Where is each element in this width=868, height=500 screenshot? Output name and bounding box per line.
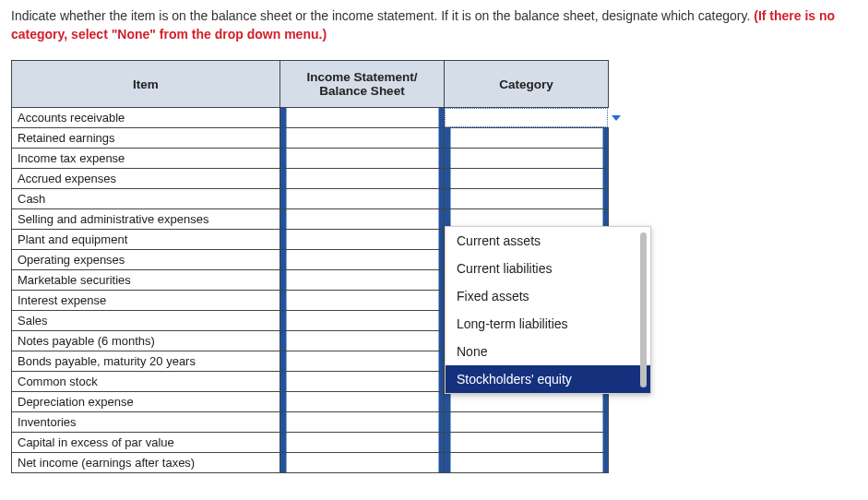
item-cell: Capital in excess of par value	[12, 433, 280, 453]
dropdown-option[interactable]: Stockholders' equity	[446, 365, 650, 393]
dropdown-option[interactable]: None	[446, 338, 650, 365]
item-cell: Cash	[12, 189, 280, 209]
item-cell: Inventories	[12, 412, 280, 433]
category-select[interactable]	[445, 189, 609, 209]
statement-select[interactable]	[280, 412, 445, 433]
item-cell: Interest expense	[12, 291, 280, 311]
category-select[interactable]	[445, 433, 609, 453]
statement-select[interactable]	[280, 169, 445, 189]
item-cell: Bonds payable, maturity 20 years	[12, 351, 280, 372]
table-row: Depreciation expense	[12, 392, 609, 412]
table-row: Accounts receivable	[12, 108, 609, 128]
dropdown-scrollbar[interactable]	[640, 232, 647, 387]
statement-select[interactable]	[280, 311, 445, 331]
statement-select[interactable]	[280, 270, 445, 291]
dropdown-option[interactable]: Fixed assets	[446, 282, 650, 310]
category-select[interactable]	[445, 149, 609, 169]
table-row: Net income (earnings after taxes)	[12, 453, 609, 473]
dropdown-option[interactable]: Current assets	[446, 227, 650, 255]
item-cell: Marketable securities	[12, 270, 280, 291]
statement-select[interactable]	[280, 230, 445, 250]
table-row: Income tax expense	[12, 149, 609, 169]
dropdown-arrow-icon[interactable]	[608, 108, 624, 127]
statement-select[interactable]	[280, 291, 445, 311]
table-row: Cash	[12, 189, 609, 209]
statement-select[interactable]	[280, 250, 445, 270]
instructions: Indicate whether the item is on the bala…	[11, 7, 857, 43]
category-select[interactable]	[445, 453, 609, 473]
item-cell: Operating expenses	[12, 250, 280, 270]
table-row: Accrued expenses	[12, 169, 609, 189]
statement-select[interactable]	[280, 128, 445, 149]
category-select[interactable]	[445, 128, 609, 149]
statement-select[interactable]	[280, 149, 445, 169]
statement-select[interactable]	[280, 433, 445, 453]
statement-select[interactable]	[280, 209, 445, 230]
statement-select[interactable]	[280, 331, 445, 351]
statement-select[interactable]	[280, 372, 445, 392]
table-row: Retained earnings	[12, 128, 609, 149]
category-select[interactable]	[445, 108, 609, 128]
item-cell: Accounts receivable	[12, 108, 280, 128]
statement-select[interactable]	[280, 392, 445, 412]
dropdown-option[interactable]: Long-term liabilities	[446, 310, 650, 338]
instruction-text: Indicate whether the item is on the bala…	[11, 8, 754, 23]
item-cell: Common stock	[12, 372, 280, 392]
statement-select[interactable]	[280, 108, 445, 128]
table-row: Inventories	[12, 412, 609, 433]
header-category: Category	[445, 61, 609, 108]
category-select[interactable]	[445, 392, 609, 412]
category-dropdown-list[interactable]: Current assetsCurrent liabilitiesFixed a…	[445, 226, 651, 394]
dropdown-option[interactable]: Current liabilities	[446, 255, 650, 282]
item-cell: Sales	[12, 311, 280, 331]
table-row: Capital in excess of par value	[12, 433, 609, 453]
item-cell: Depreciation expense	[12, 392, 280, 412]
statement-select[interactable]	[280, 453, 445, 473]
header-statement: Income Statement/ Balance Sheet	[280, 61, 445, 108]
item-cell: Accrued expenses	[12, 169, 280, 189]
statement-select[interactable]	[280, 351, 445, 372]
item-cell: Plant and equipment	[12, 230, 280, 250]
item-cell: Selling and administrative expenses	[12, 209, 280, 230]
category-select[interactable]	[445, 412, 609, 433]
item-cell: Retained earnings	[12, 128, 280, 149]
header-item: Item	[12, 61, 280, 108]
statement-select[interactable]	[280, 189, 445, 209]
item-cell: Notes payable (6 months)	[12, 331, 280, 351]
item-cell: Net income (earnings after taxes)	[12, 453, 280, 473]
item-cell: Income tax expense	[12, 149, 280, 169]
category-select[interactable]	[445, 169, 609, 189]
